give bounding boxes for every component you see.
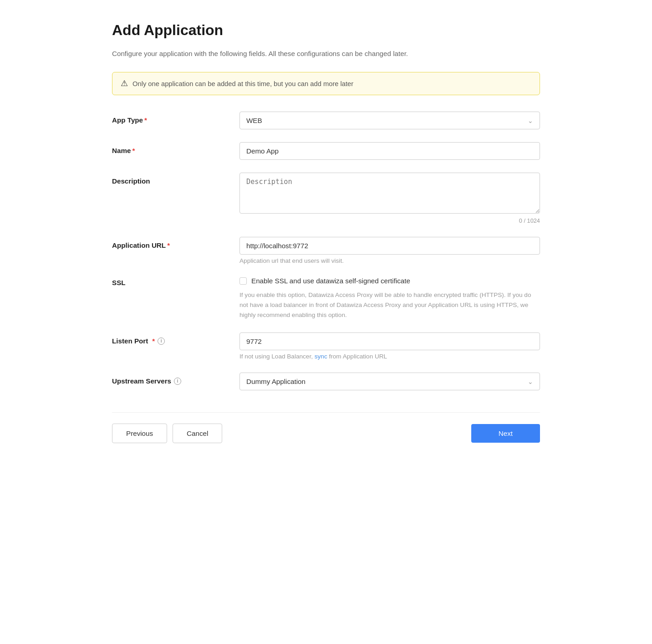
alert-text: Only one application can be added at thi… (132, 80, 353, 87)
ssl-checkbox-row: Enable SSL and use datawiza self-signed … (239, 277, 540, 285)
ssl-label: SSL (112, 277, 239, 286)
ssl-row: SSL Enable SSL and use datawiza self-sig… (112, 277, 540, 320)
ssl-checkbox-label: Enable SSL and use datawiza self-signed … (251, 277, 410, 285)
listen-port-hint: If not using Load Balancer, sync from Ap… (239, 353, 540, 360)
upstream-servers-label: Upstream Servers i (112, 373, 239, 385)
chevron-down-icon: ⌄ (528, 117, 533, 124)
app-url-label: Application URL* (112, 237, 239, 249)
page-subtitle: Configure your application with the foll… (112, 50, 540, 57)
previous-button[interactable]: Previous (112, 424, 167, 443)
alert-banner: ⚠ Only one application can be added at t… (112, 72, 540, 95)
app-type-select[interactable]: WEB ⌄ (239, 112, 540, 129)
listen-port-input[interactable] (239, 332, 540, 350)
ssl-field: Enable SSL and use datawiza self-signed … (239, 277, 540, 320)
description-field: 0 / 1024 (239, 173, 540, 224)
app-url-input[interactable] (239, 237, 540, 255)
upstream-servers-info-icon[interactable]: i (174, 378, 181, 385)
listen-port-row: Listen Port* i If not using Load Balance… (112, 332, 540, 360)
upstream-servers-field: Dummy Application ⌄ (239, 373, 540, 390)
footer-left-buttons: Previous Cancel (112, 424, 222, 443)
name-row: Name* (112, 142, 540, 160)
chevron-down-icon: ⌄ (528, 378, 533, 385)
listen-port-info-icon[interactable]: i (158, 337, 165, 345)
app-type-row: App Type* WEB ⌄ (112, 112, 540, 129)
app-url-row: Application URL* Application url that en… (112, 237, 540, 264)
name-field (239, 142, 540, 160)
sync-link[interactable]: sync (315, 353, 327, 360)
ssl-description: If you enable this option, Datawiza Acce… (239, 290, 540, 320)
app-type-field: WEB ⌄ (239, 112, 540, 129)
upstream-servers-select[interactable]: Dummy Application ⌄ (239, 373, 540, 390)
name-label: Name* (112, 142, 239, 154)
listen-port-label: Listen Port* i (112, 332, 239, 345)
upstream-servers-row: Upstream Servers i Dummy Application ⌄ (112, 373, 540, 390)
char-count: 0 / 1024 (239, 217, 540, 224)
app-type-label: App Type* (112, 112, 239, 124)
description-label: Description (112, 173, 239, 185)
description-row: Description 0 / 1024 (112, 173, 540, 224)
cancel-button[interactable]: Cancel (173, 424, 222, 443)
app-url-field: Application url that end users will visi… (239, 237, 540, 264)
description-input[interactable] (239, 173, 540, 214)
name-input[interactable] (239, 142, 540, 160)
app-type-value: WEB (246, 117, 528, 124)
app-url-hint: Application url that end users will visi… (239, 257, 540, 264)
warning-icon: ⚠ (121, 79, 128, 88)
footer-actions: Previous Cancel Next (112, 412, 540, 443)
listen-port-field: If not using Load Balancer, sync from Ap… (239, 332, 540, 360)
upstream-servers-value: Dummy Application (246, 378, 528, 385)
page-title: Add Application (112, 22, 540, 39)
next-button[interactable]: Next (471, 424, 540, 443)
ssl-checkbox[interactable] (239, 277, 247, 285)
